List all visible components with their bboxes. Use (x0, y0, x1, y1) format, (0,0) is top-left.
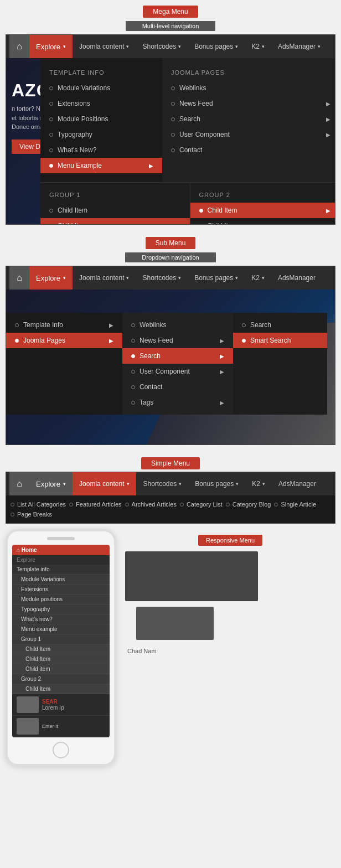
mobile-item-5[interactable]: Menu example (12, 624, 110, 634)
nav-item-bonus-2[interactable]: Bonus pages ▾ (188, 266, 245, 290)
nav-item-k2-2[interactable]: K2 ▾ (245, 266, 271, 290)
panel-label-red: Responsive Menu (198, 535, 262, 546)
mobile-nav-home[interactable]: ⌂ Home (12, 545, 110, 555)
nav-item-ads-1[interactable]: AdsManager ▾ (271, 35, 327, 58)
nav-item-bonus-1[interactable]: Bonus pages ▾ (188, 35, 245, 58)
mobile-thumb-2 (17, 718, 39, 735)
section3-label: Simple Menu (141, 457, 200, 469)
phone-outer: ⌂ Home Explore Template info Module Vari… (6, 529, 116, 766)
submenu-left-item-1[interactable]: Joomla Pages ▶ (6, 333, 122, 348)
phone-home-btn[interactable] (53, 742, 69, 758)
submenu-mid-2: Weblinks News Feed ▶ Search ▶ User Compo… (122, 313, 233, 415)
group2-item-0[interactable]: Child Item ▶ (190, 203, 336, 218)
nav-item-ads-3[interactable]: AdsManager (272, 472, 323, 495)
mobile-item-1[interactable]: Extensions (12, 585, 110, 595)
submenu-mid-item-3[interactable]: User Component ▶ (122, 364, 233, 379)
submenu-mid-item-0[interactable]: Weblinks (122, 317, 233, 333)
nav-item-shortcodes-1[interactable]: Shortcodes ▾ (136, 35, 188, 58)
hero-area-2: IAZON POKAM n tortor? Nullam volutpat. I… (6, 290, 335, 445)
nav-explore-1[interactable]: Explore ▾ (29, 35, 73, 58)
bar-item-2[interactable]: Archived Articles (125, 501, 177, 508)
screenshot-block-2: ⌂ Explore ▾ Joomla content ▾ Shortcodes … (6, 266, 335, 445)
nav-explore-3[interactable]: Explore ▾ (29, 472, 73, 495)
mobile-section: ⌂ Home Explore Template info Module Vari… (0, 524, 341, 777)
mobile-item-8[interactable]: Child item (12, 664, 110, 674)
mega-col-left-1: Template info Module Variations Extensio… (40, 58, 162, 182)
bar-item-1[interactable]: Featured Articles (69, 501, 122, 508)
section2-sublabel-wrap: Dropdown navigation (0, 251, 341, 266)
mobile-content-row: SEAR Lorem Ip (12, 694, 110, 716)
submenu-far-item-0[interactable]: Search (233, 317, 327, 333)
group2-item-1[interactable]: Child Item (190, 218, 336, 225)
joomla-bar-3: List All Categories Featured Articles Ar… (6, 495, 335, 523)
mega-right-item-1[interactable]: News Feed ▶ (162, 96, 335, 111)
mega-left-item-5[interactable]: Menu Example ▶ (40, 158, 162, 173)
submenu-mid-item-1[interactable]: News Feed ▶ (122, 333, 233, 348)
nav-home-1[interactable]: ⌂ (9, 35, 29, 58)
mega-left-title: Template info (40, 67, 162, 80)
group2-title: Group 2 (190, 189, 336, 203)
nav-item-k2-3[interactable]: K2 ▾ (245, 472, 272, 495)
hero-area-1: AZO n tortor? N et lobortis r Donec orna… (6, 58, 335, 224)
chad-label: Chad Nam (125, 645, 335, 654)
mega-right-item-3[interactable]: User Component ▶ (162, 127, 335, 142)
mega-left-item-0[interactable]: Module Variations (40, 80, 162, 96)
section3-label-wrap: Simple Menu (0, 452, 341, 472)
mega-left-item-3[interactable]: Typography (40, 127, 162, 142)
nav-home-3[interactable]: ⌂ (9, 472, 29, 495)
mega-left-item-4[interactable]: What's New? (40, 142, 162, 158)
mobile-item-7[interactable]: Child Item (12, 654, 110, 664)
navbar-1: ⌂ Explore ▾ Joomla content ▾ Shortcodes … (6, 35, 335, 58)
nav-item-k2-1[interactable]: K2 ▾ (245, 35, 271, 58)
dark-panel-main (125, 551, 258, 601)
mega-right-item-4[interactable]: Contact (162, 142, 335, 158)
submenu-mid-item-5[interactable]: Tags ▶ (122, 395, 233, 410)
section1-sublabel: Multi-level navigation (126, 21, 216, 31)
submenu-far-right-2: Search Smart Search (233, 313, 327, 415)
mobile-item-group2[interactable]: Group 2 (12, 674, 110, 684)
mobile-content-row2: Enter It (12, 716, 110, 737)
bar-item-6[interactable]: Page Breaks (11, 511, 52, 518)
mobile-explore-label: Explore (12, 555, 110, 565)
mobile-item-4[interactable]: What's new? (12, 614, 110, 624)
submenu-far-item-1[interactable]: Smart Search (233, 333, 327, 348)
submenu-left-item-0[interactable]: Template Info ▶ (6, 317, 122, 333)
section2-sublabel: Dropdown navigation (125, 252, 215, 262)
section1-label: Mega Menu (143, 6, 198, 18)
mobile-item-6[interactable]: Child Item (12, 644, 110, 654)
group1-item-1[interactable]: Child Item ▶ (40, 218, 190, 225)
mobile-item-9[interactable]: Child Item (12, 684, 110, 694)
mobile-template-info[interactable]: Template info (12, 565, 110, 575)
submenu-mid-item-2[interactable]: Search ▶ (122, 348, 233, 364)
mega-right-title: Joomla Pages (162, 67, 335, 80)
mobile-item-3[interactable]: Typography (12, 604, 110, 614)
nav-item-joomla-3[interactable]: Joomla content ▾ (73, 472, 136, 495)
mobile-item-group1[interactable]: Group 1 (12, 634, 110, 644)
nav-item-joomla-1[interactable]: Joomla content ▾ (73, 35, 136, 58)
mobile-item-2[interactable]: Module positions (12, 595, 110, 604)
bar-item-5[interactable]: Single Article (274, 501, 316, 508)
group1-item-0[interactable]: Child Item (40, 203, 190, 218)
bar-item-3[interactable]: Category List (180, 501, 223, 508)
nav-item-shortcodes-3[interactable]: Shortcodes ▾ (136, 472, 188, 495)
nav-item-joomla-2[interactable]: Joomla content ▾ (73, 266, 136, 290)
nav-explore-2[interactable]: Explore ▾ (29, 266, 73, 290)
section1-label-wrap: Mega Menu (0, 0, 341, 20)
nav-item-ads-2[interactable]: AdsManager (271, 266, 322, 290)
nav-item-shortcodes-2[interactable]: Shortcodes ▾ (136, 266, 188, 290)
section1-sublabel-wrap: Multi-level navigation (0, 20, 341, 34)
mega-left-item-2[interactable]: Module Positions (40, 111, 162, 127)
group1-col: Group 1 Child Item Child Item ▶ Child It… (40, 183, 190, 225)
mega-right-item-2[interactable]: Search ▶ (162, 111, 335, 127)
screenshot-block-3: ⌂ Explore ▾ Joomla content ▾ Shortcodes … (6, 472, 335, 524)
bar-item-4[interactable]: Category Blog (226, 501, 271, 508)
mega-right-item-0[interactable]: Weblinks (162, 80, 335, 96)
mega-left-item-1[interactable]: Extensions (40, 96, 162, 111)
mega-menu-groups-1: Group 1 Child Item Child Item ▶ Child It… (40, 182, 335, 225)
submenu-mid-item-4[interactable]: Contact (122, 379, 233, 395)
mobile-item-0[interactable]: Module Variations (12, 575, 110, 585)
bar-item-0[interactable]: List All Categories (11, 501, 66, 508)
nav-item-bonus-3[interactable]: Bonus pages ▾ (188, 472, 245, 495)
screenshot-block-1: ⌂ Explore ▾ Joomla content ▾ Shortcodes … (6, 34, 335, 225)
nav-home-2[interactable]: ⌂ (9, 266, 29, 290)
